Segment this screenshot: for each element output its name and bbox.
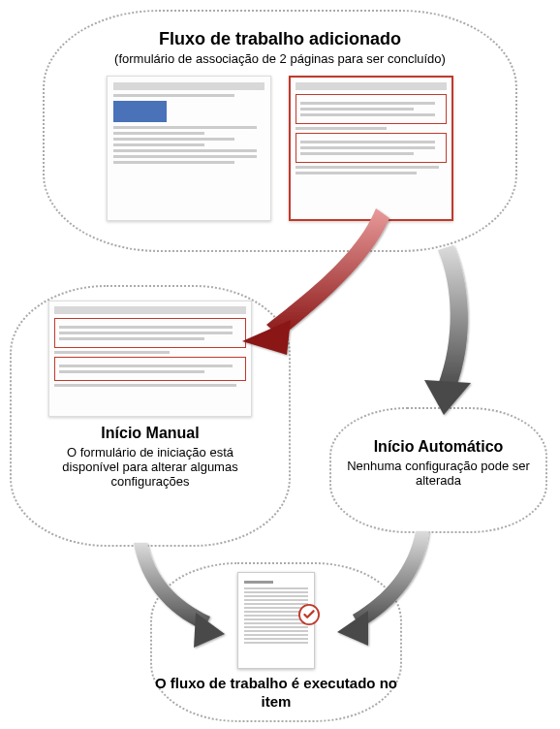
association-form-thumbnails: [45, 76, 515, 221]
manual-start-title: Início Manual: [12, 425, 289, 442]
association-form-page-1-thumb: [107, 76, 271, 221]
arrow-to-auto-start: [424, 245, 471, 415]
check-circle-icon: [298, 604, 320, 625]
workflow-added-title: Fluxo de trabalho adicionado: [45, 29, 515, 49]
association-form-page-2-thumb: [289, 76, 453, 221]
auto-start-desc: Nenhuma configuração pode ser alterada: [331, 459, 545, 488]
workflow-runs-title: O fluxo de trabalho é executado no item: [152, 675, 400, 712]
workflow-added-subtitle: (formulário de associação de 2 páginas p…: [45, 51, 515, 66]
manual-start-bubble: Início Manual O formulário de iniciação …: [10, 285, 291, 547]
item-document-icon: [237, 572, 315, 669]
workflow-added-bubble: Fluxo de trabalho adicionado (formulário…: [43, 10, 517, 252]
template-selector-icon: [113, 101, 167, 122]
workflow-runs-bubble: O fluxo de trabalho é executado no item: [150, 562, 402, 722]
initiation-form-thumb: [48, 301, 252, 417]
manual-start-desc: O formulário de iniciação está disponíve…: [12, 445, 289, 489]
auto-start-title: Início Automático: [331, 438, 545, 456]
auto-start-bubble: Início Automático Nenhuma configuração p…: [329, 407, 547, 533]
